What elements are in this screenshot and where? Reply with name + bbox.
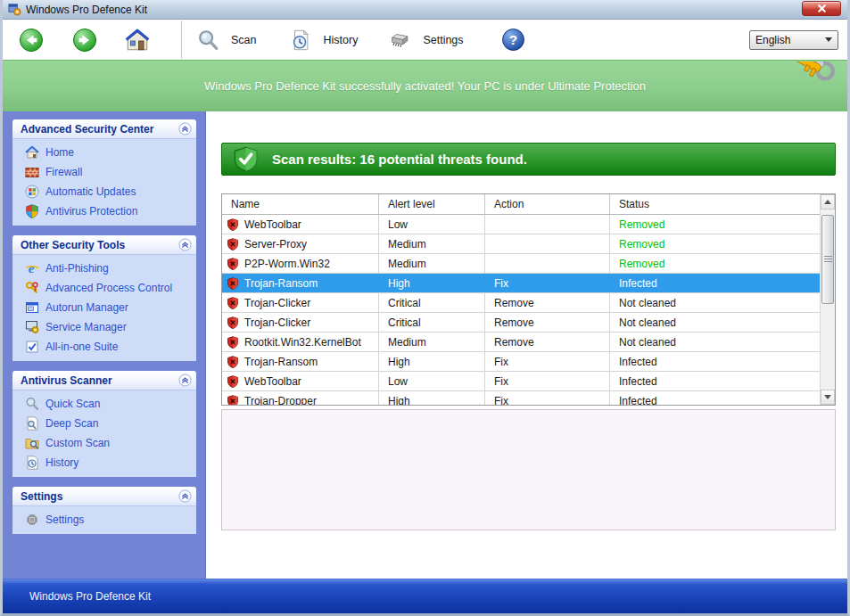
section-header: Advanced Security Center bbox=[12, 119, 196, 139]
status-cell: Not cleaned bbox=[610, 313, 820, 332]
action-cell: Fix bbox=[485, 372, 610, 390]
all-in-one-suite-icon bbox=[25, 340, 39, 354]
scroll-up-button[interactable] bbox=[821, 194, 835, 209]
threat-name: WebToolbar bbox=[244, 218, 301, 231]
table-row-trojan-clicker[interactable]: Trojan-ClickerCriticalRemoveNot cleaned bbox=[222, 313, 820, 333]
sidebar-item-antivirus-protection[interactable]: Antivirus Protection bbox=[14, 201, 194, 221]
sidebar-item-label: Custom Scan bbox=[45, 437, 110, 449]
sidebar-item-advanced-process-control[interactable]: Advanced Process Control bbox=[14, 278, 194, 298]
sidebar-item-deep-scan[interactable]: Deep Scan bbox=[14, 414, 194, 433]
column-header-alert-level[interactable]: Alert level bbox=[379, 194, 485, 214]
status-cell: Removed bbox=[610, 234, 820, 253]
table-row-trojan-ransom[interactable]: Trojan-RansomHighFixInfected bbox=[222, 352, 820, 372]
column-header-action[interactable]: Action bbox=[485, 194, 610, 214]
table-row-webtoolbar[interactable]: WebToolbarLowRemoved bbox=[222, 215, 820, 234]
settings-label: Settings bbox=[423, 34, 463, 46]
chevron-down-icon bbox=[825, 37, 832, 42]
content-area: Advanced Security CenterHomeFirewallAuto… bbox=[3, 111, 847, 579]
sidebar-item-home[interactable]: Home bbox=[14, 143, 194, 162]
threat-shield-icon bbox=[227, 356, 239, 368]
action-cell: Remove bbox=[485, 293, 610, 312]
section-header: Settings bbox=[12, 487, 196, 506]
sidebar-section-advanced-security-center: Advanced Security CenterHomeFirewallAuto… bbox=[12, 119, 196, 226]
close-button[interactable] bbox=[802, 1, 841, 16]
table-row-server-proxy[interactable]: Server-ProxyMediumRemoved bbox=[222, 234, 820, 254]
scan-button[interactable]: Scan bbox=[196, 29, 257, 52]
automatic-updates-icon bbox=[25, 185, 39, 199]
main-panel: Scan results: 16 potential threats found… bbox=[206, 111, 847, 579]
threat-name: Trojan-Dropper bbox=[244, 395, 317, 406]
threat-name: Trojan-Clicker bbox=[244, 316, 310, 329]
sidebar-item-automatic-updates[interactable]: Automatic Updates bbox=[14, 182, 194, 201]
table-row-trojan-clicker[interactable]: Trojan-ClickerCriticalRemoveNot cleaned bbox=[222, 293, 820, 313]
table-row-p2p-worm-win32[interactable]: P2P-Worm.Win32MediumRemoved bbox=[222, 254, 820, 274]
home-button[interactable] bbox=[124, 27, 151, 53]
action-cell bbox=[485, 234, 610, 253]
settings-button[interactable]: Settings bbox=[388, 29, 463, 52]
history-icon bbox=[289, 29, 312, 52]
sidebar-item-autorun-manager[interactable]: Autorun Manager bbox=[14, 298, 194, 317]
language-value: English bbox=[755, 34, 825, 46]
scroll-down-button[interactable] bbox=[821, 390, 835, 405]
sidebar-item-label: Deep Scan bbox=[45, 417, 98, 430]
section-title: Settings bbox=[21, 490, 62, 503]
action-cell: Remove bbox=[485, 333, 610, 351]
threat-name: Server-Proxy bbox=[244, 238, 307, 251]
status-cell: Infected bbox=[610, 372, 820, 390]
column-header-name[interactable]: Name bbox=[222, 194, 379, 214]
chevron-up-icon[interactable] bbox=[178, 374, 192, 387]
vertical-scrollbar[interactable] bbox=[820, 194, 835, 405]
chevron-up-icon[interactable] bbox=[178, 238, 192, 251]
threat-shield-icon bbox=[227, 238, 239, 251]
sidebar-item-settings[interactable]: Settings bbox=[14, 510, 194, 530]
sidebar-item-quick-scan[interactable]: Quick Scan bbox=[14, 394, 194, 414]
table-row-rootkit-win32-kernelbot[interactable]: Rootkit.Win32.KernelBotMediumRemoveNot c… bbox=[222, 333, 820, 352]
column-header-status[interactable]: Status bbox=[610, 194, 820, 214]
sidebar-item-label: Anti-Phishing bbox=[45, 262, 109, 275]
home-icon bbox=[25, 145, 39, 160]
forward-button[interactable] bbox=[72, 28, 97, 53]
sidebar-section-antivirus-scanner: Antivirus ScannerQuick ScanDeep ScanCust… bbox=[12, 371, 196, 477]
quick-scan-icon bbox=[25, 397, 39, 411]
table-row-trojan-dropper[interactable]: Trojan-DropperHighFixInfected bbox=[222, 391, 820, 405]
threat-name: Trojan-Ransom bbox=[244, 277, 318, 290]
sidebar-item-custom-scan[interactable]: Custom Scan bbox=[14, 433, 194, 453]
activation-message: Windows Pro Defence Kit successfully act… bbox=[204, 79, 646, 93]
name-cell: WebToolbar bbox=[222, 215, 379, 234]
sidebar-item-firewall[interactable]: Firewall bbox=[14, 162, 194, 182]
antivirus-protection-icon bbox=[25, 204, 39, 218]
threat-shield-icon bbox=[227, 395, 239, 406]
chevron-up-icon[interactable] bbox=[178, 489, 192, 503]
sidebar-item-label: Automatic Updates bbox=[45, 185, 136, 198]
action-cell: Fix bbox=[485, 391, 610, 405]
threat-shield-icon bbox=[227, 218, 239, 231]
table-row-trojan-ransom[interactable]: Trojan-RansomHighFixInfected bbox=[222, 274, 820, 293]
sidebar-item-label: Quick Scan bbox=[45, 398, 100, 410]
section-body: Settings bbox=[12, 506, 196, 534]
sidebar-item-history[interactable]: History bbox=[14, 453, 194, 472]
help-button[interactable]: ? bbox=[501, 28, 525, 52]
titlebar[interactable]: Windows Pro Defence Kit bbox=[3, 0, 847, 20]
language-select[interactable]: English bbox=[749, 30, 838, 50]
chevron-up-icon[interactable] bbox=[178, 122, 192, 136]
app-icon bbox=[8, 3, 21, 16]
sidebar-item-anti-phishing[interactable]: eAnti-Phishing bbox=[14, 259, 194, 278]
sidebar-item-label: Antivirus Protection bbox=[45, 205, 137, 218]
table-row-webtoolbar[interactable]: WebToolbarLowFixInfected bbox=[222, 372, 820, 391]
name-cell: Trojan-Clicker bbox=[222, 313, 379, 332]
name-cell: Trojan-Ransom bbox=[222, 352, 379, 371]
history-button[interactable]: History bbox=[289, 29, 359, 52]
section-title: Advanced Security Center bbox=[21, 123, 153, 136]
scrollbar-thumb[interactable] bbox=[821, 215, 834, 304]
action-cell: Fix bbox=[485, 352, 610, 371]
shield-check-icon bbox=[233, 146, 259, 172]
threat-shield-icon bbox=[227, 297, 239, 309]
threat-name: P2P-Worm.Win32 bbox=[244, 258, 330, 270]
custom-scan-icon bbox=[25, 436, 39, 450]
toolbar-separator bbox=[181, 21, 182, 59]
threat-shield-icon bbox=[227, 375, 239, 388]
sidebar-item-all-in-one-suite[interactable]: All-in-one Suite bbox=[14, 337, 194, 357]
back-button[interactable] bbox=[19, 28, 44, 53]
toolbar: Scan History Settings ? English bbox=[3, 20, 847, 60]
sidebar-item-service-manager[interactable]: Service Manager bbox=[14, 317, 194, 337]
